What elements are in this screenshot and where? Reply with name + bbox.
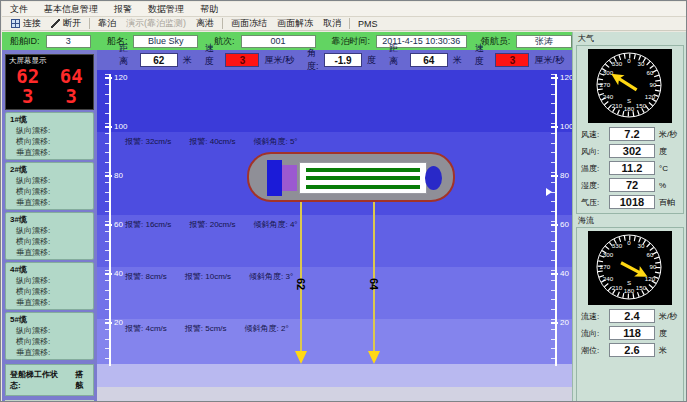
- speed-b-led: 3: [66, 86, 77, 106]
- wind-direction-value: 302: [609, 144, 655, 158]
- menu-basic-info[interactable]: 基本信息管理: [36, 2, 106, 16]
- connect-icon: [11, 19, 20, 28]
- current-group: 0 30 60 90 120 150 180 210 240 270 300 3…: [576, 227, 684, 402]
- drift-vertical: 垂直漂移:: [6, 147, 93, 158]
- dial-120: 120: [645, 93, 656, 100]
- dial-270: 270: [600, 263, 611, 270]
- ship-hull: [247, 152, 455, 202]
- distance-b-led: 64: [60, 66, 83, 86]
- pressure-row: 气压: 1018 百帕: [579, 194, 681, 210]
- alarm-threshold-row-4: 报警: 4cm/s 报警: 5cm/s 倾斜角度: 2°: [125, 323, 289, 334]
- tilt-angle: 倾斜角度: 3°: [249, 271, 293, 282]
- speed-a-value: 3: [225, 53, 259, 67]
- cable-section-3: 3#缆 纵向漂移: 横向漂移: 垂直漂移:: [5, 212, 94, 260]
- ship-id-field[interactable]: 3: [46, 35, 91, 48]
- left-tick-20: 20: [105, 318, 123, 327]
- tilt-angle: 倾斜角度: 5°: [253, 136, 297, 147]
- gangway-value: 搭舷: [75, 369, 91, 391]
- speed-b-unit: 厘米/秒: [534, 54, 564, 67]
- dial-0: 0: [627, 57, 631, 64]
- speed-b-value: 3: [495, 53, 529, 67]
- demo-monitor-button[interactable]: 演示(靠泊监测): [121, 16, 191, 31]
- dial-210: 210: [612, 102, 623, 109]
- connect-button[interactable]: 连接: [6, 16, 46, 31]
- connect-label: 连接: [23, 17, 41, 30]
- menu-file[interactable]: 文件: [2, 2, 36, 16]
- ship-name-field[interactable]: Blue Sky: [133, 35, 198, 48]
- cable-title: 4#缆: [6, 263, 93, 275]
- menu-alarm[interactable]: 报警: [106, 2, 140, 16]
- dial-180: 180: [624, 105, 635, 112]
- pressure-value: 1018: [609, 195, 655, 209]
- left-tick-80: 80: [105, 171, 123, 180]
- drift-vertical: 垂直漂移:: [6, 197, 93, 208]
- alarm-a: 报警: 16cm/s: [125, 219, 171, 230]
- disconnect-icon: [51, 19, 60, 28]
- alarm-b: 报警: 5cm/s: [185, 323, 227, 334]
- dial-90: 90: [650, 263, 657, 270]
- left-tick-120: 120: [105, 73, 127, 82]
- tide-level-row: 潮位: 2.6 米: [579, 342, 681, 358]
- pressure-label: 气压:: [579, 197, 609, 208]
- depart-button[interactable]: 离港: [191, 16, 219, 31]
- cable-section-5: 5#缆 纵向漂移: 横向漂移: 垂直漂移:: [5, 312, 94, 360]
- cable-title: 3#缆: [6, 213, 93, 225]
- distance-b-value: 64: [410, 53, 448, 67]
- tide-level-label: 潮位:: [579, 345, 609, 356]
- mooring-distance-a: 62: [295, 274, 307, 294]
- left-tick-100: 100: [105, 122, 127, 131]
- unfreeze-screen-button[interactable]: 画面解冻: [272, 16, 318, 31]
- left-tick-60: 60: [105, 220, 123, 229]
- mooring-arrow-a: [295, 351, 307, 364]
- mooring-arrow-b: [368, 351, 380, 364]
- angle-value: -1.9: [324, 53, 362, 67]
- alarm-a: 报警: 4cm/s: [125, 323, 167, 334]
- berth-button[interactable]: 靠泊: [93, 16, 121, 31]
- atmosphere-group: 0 30 60 90 120 150 180 210 240 270 300 3…: [576, 45, 684, 214]
- wind-direction-unit: 度: [655, 146, 681, 157]
- pms-button[interactable]: PMS: [353, 18, 383, 30]
- current-speed-value: 2.4: [609, 309, 655, 323]
- current-speed-row: 流速: 2.4 米/秒: [579, 308, 681, 324]
- gangway-status: 登船梯工作状态: 搭舷: [5, 364, 94, 396]
- ship-id-label: 船舶ID:: [10, 35, 40, 48]
- distance-plot: 报警: 32cm/s 报警: 40cm/s 倾斜角度: 5° 报警: 16cm/…: [97, 70, 572, 402]
- humidity-label: 湿度:: [579, 180, 609, 191]
- speed-a-unit: 厘米/秒: [264, 54, 294, 67]
- temperature-label: 温度:: [579, 163, 609, 174]
- humidity-unit: %: [655, 181, 681, 190]
- distance-a-led: 62: [16, 66, 39, 86]
- dial-270: 270: [600, 81, 611, 88]
- temperature-row: 温度: 11.2 °C: [579, 160, 681, 176]
- cable-title: 5#缆: [6, 313, 93, 325]
- dial-210: 210: [612, 284, 623, 291]
- current-direction-row: 流向: 118 度: [579, 325, 681, 341]
- current-direction-value: 118: [609, 326, 655, 340]
- alarm-band-0: [97, 70, 572, 132]
- left-panel: 大屏幕显示 62 64 3 3 1#缆 纵向漂移: 横向漂移: 垂直漂移: 2#…: [2, 50, 97, 402]
- berthing-chart: 距离A: 62 米 速度A: 3 厘米/秒 角度: -1.9 度 距离B: 64…: [97, 50, 572, 402]
- cancel-button[interactable]: 取消: [318, 16, 346, 31]
- tide-level-unit: 米: [655, 345, 681, 356]
- right-tick-60: 60: [551, 220, 569, 229]
- dial-0: 0: [627, 239, 631, 246]
- menu-bar: 文件 基本信息管理 报警 数据管理 帮助: [2, 2, 686, 16]
- cable-title: 2#缆: [6, 163, 93, 175]
- disconnect-button[interactable]: 断开: [46, 16, 86, 31]
- temperature-unit: °C: [655, 164, 681, 173]
- voyage-field[interactable]: 001: [241, 35, 316, 48]
- drift-longitudinal: 纵向漂移:: [6, 325, 93, 336]
- atmosphere-title: 大气: [573, 32, 687, 45]
- dial-south: S: [627, 97, 631, 104]
- freeze-screen-button[interactable]: 画面冻结: [226, 16, 272, 31]
- menu-help[interactable]: 帮助: [192, 2, 226, 16]
- quay-strip: [97, 364, 572, 387]
- mooring-distance-b: 64: [368, 274, 380, 294]
- pilot-field[interactable]: 张涛: [516, 35, 572, 48]
- menu-data[interactable]: 数据管理: [140, 2, 192, 16]
- measurement-bar: 距离A: 62 米 速度A: 3 厘米/秒 角度: -1.9 度 距离B: 64…: [97, 50, 572, 70]
- alarm-b: 报警: 40cm/s: [189, 136, 235, 147]
- dial-south: S: [627, 279, 631, 286]
- alarm-threshold-row-2: 报警: 16cm/s 报警: 20cm/s 倾斜角度: 4°: [125, 219, 298, 230]
- wind-speed-value: 7.2: [609, 127, 655, 141]
